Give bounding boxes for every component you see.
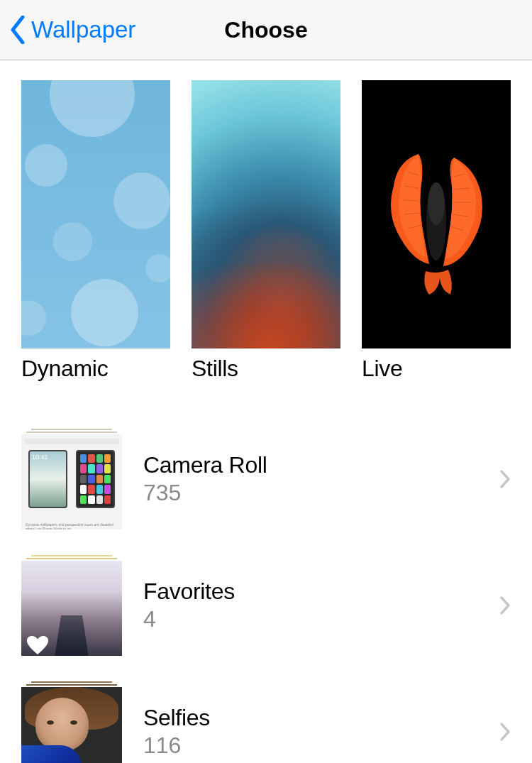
wallpaper-categories: Dynamic Stills Live bbox=[0, 60, 532, 382]
album-count: 735 bbox=[143, 480, 499, 506]
album-info: Camera Roll 735 bbox=[122, 452, 499, 506]
album-selfies-thumbnail bbox=[21, 681, 122, 763]
category-dynamic[interactable]: Dynamic bbox=[21, 80, 170, 382]
back-button[interactable]: Wallpaper bbox=[0, 16, 135, 44]
album-camera-roll[interactable]: 10:41 Dynamic wallpapers and perspective… bbox=[21, 416, 511, 542]
category-stills-thumbnail bbox=[192, 80, 340, 348]
back-label: Wallpaper bbox=[31, 16, 135, 43]
chevron-right-icon bbox=[499, 722, 511, 742]
category-stills[interactable]: Stills bbox=[192, 80, 340, 382]
chevron-right-icon bbox=[499, 595, 511, 615]
album-info: Selfies 116 bbox=[122, 705, 499, 759]
heart-icon bbox=[27, 636, 48, 656]
album-selfies[interactable]: Selfies 116 bbox=[21, 669, 511, 763]
album-title: Selfies bbox=[143, 705, 499, 731]
album-count: 116 bbox=[143, 732, 499, 759]
album-title: Camera Roll bbox=[143, 452, 499, 478]
category-live-label: Live bbox=[362, 356, 511, 382]
album-list: 10:41 Dynamic wallpapers and perspective… bbox=[0, 416, 532, 763]
album-info: Favorites 4 bbox=[122, 578, 499, 632]
chevron-right-icon bbox=[499, 469, 511, 489]
chevron-left-icon bbox=[10, 16, 26, 44]
album-favorites[interactable]: Favorites 4 bbox=[21, 542, 511, 669]
album-favorites-thumbnail bbox=[21, 555, 122, 656]
svg-point-1 bbox=[428, 182, 445, 225]
category-dynamic-thumbnail bbox=[21, 80, 170, 348]
category-live[interactable]: Live bbox=[362, 80, 511, 382]
album-count: 4 bbox=[143, 606, 499, 632]
page-title: Choose bbox=[224, 17, 307, 43]
betta-fish-icon bbox=[383, 133, 489, 296]
category-dynamic-label: Dynamic bbox=[21, 356, 170, 382]
navigation-bar: Wallpaper Choose bbox=[0, 0, 532, 60]
album-camera-roll-thumbnail: 10:41 Dynamic wallpapers and perspective… bbox=[21, 429, 122, 529]
category-stills-label: Stills bbox=[192, 356, 340, 382]
category-live-thumbnail bbox=[362, 80, 511, 348]
album-title: Favorites bbox=[143, 578, 499, 605]
